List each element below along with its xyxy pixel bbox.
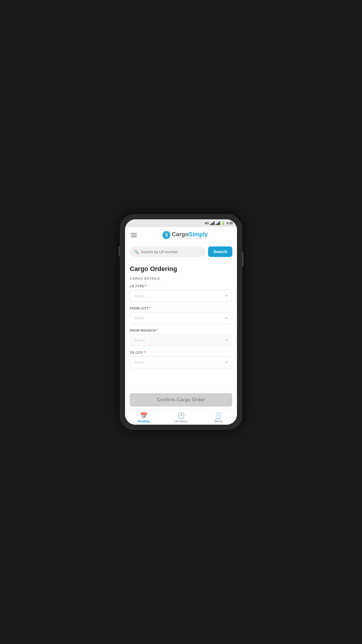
from-city-label: FROM CITY*: [130, 306, 232, 310]
hamburger-line-1: [131, 233, 137, 234]
app-logo: S CargoSimply Load · Track · Deliver: [138, 231, 232, 239]
network-indicator: 4G: [205, 221, 209, 225]
logo-simply: Simply: [189, 231, 208, 237]
to-city-field: TO CITY* Select ▼: [130, 350, 232, 368]
from-branch-placeholder: Select: [134, 338, 145, 342]
power-button: [242, 252, 243, 267]
booking-icon: 📅: [140, 412, 147, 419]
logo-circle: S: [162, 231, 171, 239]
search-input-wrapper[interactable]: 🔍: [130, 247, 206, 257]
from-branch-select[interactable]: Select ▼: [130, 334, 232, 346]
from-city-required: *: [149, 306, 151, 310]
from-city-placeholder: Select: [134, 316, 145, 320]
signal-icon-2: [216, 221, 220, 225]
from-city-select[interactable]: Select ▼: [130, 312, 232, 324]
search-magnifier-icon: 🔍: [134, 249, 139, 254]
from-branch-label: FROM BRANCH*: [130, 328, 232, 332]
logo-s-letter: S: [165, 232, 168, 238]
form-content: Cargo Ordering CARGO DETAILS LR TYPE* Se…: [125, 261, 237, 390]
from-branch-chevron-icon: ▼: [225, 339, 228, 342]
logo-cargo: Cargo: [172, 231, 189, 237]
confirm-btn-area: Confirm Cargo Order: [125, 390, 237, 410]
search-input[interactable]: [141, 247, 202, 257]
from-city-chevron-icon: ▼: [225, 316, 228, 320]
status-bar: 4G 🔋 4:26: [125, 219, 237, 227]
clock: 4:26: [226, 221, 233, 225]
booking-label: Booking: [138, 420, 150, 423]
logo-text-group: CargoSimply Load · Track · Deliver: [172, 231, 208, 239]
battery-icon: 🔋: [221, 221, 225, 225]
confirm-cargo-order-button[interactable]: Confirm Cargo Order: [130, 393, 232, 407]
page-title: Cargo Ordering: [130, 265, 232, 273]
search-area: 🔍 Search: [125, 242, 237, 261]
phone-device: 4G 🔋 4:26: [120, 214, 242, 430]
logo-tagline: Load · Track · Deliver: [172, 237, 208, 239]
lr-history-icon: 🕐: [178, 412, 185, 419]
to-city-label: TO CITY*: [130, 350, 232, 355]
to-city-placeholder: Select: [134, 360, 145, 365]
logo-wordmark: CargoSimply: [172, 231, 208, 238]
section-title: CARGO DETAILS: [130, 277, 232, 280]
billing-icon: 🧾: [215, 412, 222, 419]
nav-booking[interactable]: 📅 Booking: [125, 410, 162, 425]
app-header: S CargoSimply Load · Track · Deliver: [125, 227, 237, 242]
lr-type-chevron-icon: ▼: [225, 294, 228, 298]
hamburger-line-3: [131, 237, 137, 237]
to-city-required: *: [144, 350, 146, 355]
app-content: 🔍 Search Cargo Ordering CARGO DETAILS LR…: [125, 242, 237, 425]
search-button[interactable]: Search: [208, 246, 232, 257]
to-city-select[interactable]: Select ▼: [130, 356, 232, 368]
menu-button[interactable]: [130, 232, 138, 238]
volume-button: [119, 246, 120, 256]
lr-type-label: LR TYPE*: [130, 284, 232, 288]
from-branch-field: FROM BRANCH* Select ▼: [130, 328, 232, 346]
to-city-chevron-icon: ▼: [225, 361, 228, 364]
hamburger-line-2: [131, 235, 137, 235]
from-city-field: FROM CITY* Select ▼: [130, 306, 232, 324]
signal-icon: [210, 221, 215, 225]
nav-lr-history[interactable]: 🕐 LR history: [162, 410, 200, 425]
lr-type-placeholder: Select: [134, 294, 145, 298]
lr-type-required: *: [145, 284, 147, 288]
status-bar-content: 4G 🔋 4:26: [205, 221, 233, 225]
nav-billing[interactable]: 🧾 Billing: [200, 410, 237, 425]
from-branch-required: *: [156, 328, 158, 332]
lr-type-select[interactable]: Select ▼: [130, 290, 232, 302]
bottom-navigation: 📅 Booking 🕐 LR history 🧾 Billing: [125, 410, 237, 425]
billing-label: Billing: [215, 420, 222, 423]
lr-history-label: LR history: [174, 420, 187, 423]
lr-type-field: LR TYPE* Select ▼: [130, 284, 232, 302]
phone-screen: 4G 🔋 4:26: [125, 219, 237, 425]
